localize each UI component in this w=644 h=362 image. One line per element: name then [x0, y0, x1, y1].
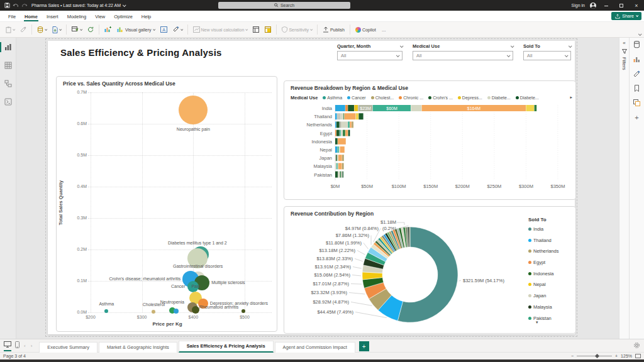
bar-segment-thailand-5[interactable]	[356, 113, 358, 119]
bookmarks-pane-button[interactable]	[634, 85, 640, 93]
bar-visual[interactable]: Revenue Breakdown by Region & Medical Us…	[284, 80, 576, 200]
format-pane-button[interactable]	[633, 70, 640, 79]
bar-segment-thailand-4[interactable]	[345, 113, 356, 119]
scatter-visual[interactable]: Price vs. Sales Quantity Across Medical …	[56, 76, 277, 332]
chevron-down-icon[interactable]	[507, 53, 511, 57]
bar-segment-malaysia-1[interactable]	[336, 163, 338, 169]
bar-segment-pakistan-1[interactable]	[338, 172, 340, 178]
copilot-button[interactable]: Copilot	[353, 26, 378, 34]
legend-item-asthma[interactable]: Asthma	[323, 96, 342, 100]
bar-segment-japan-2[interactable]	[338, 155, 338, 161]
tab-sales-efficiency-pricing-analysis[interactable]: Sales Efficiency & Pricing Analysis	[179, 341, 274, 353]
sensitivity-button[interactable]: Sensitivity	[280, 25, 314, 34]
bar-segment-thailand-1[interactable]	[337, 113, 341, 119]
bar-segment-malaysia-4[interactable]	[342, 163, 344, 169]
data-pane-button[interactable]	[633, 41, 640, 50]
close-button[interactable]: ×	[631, 1, 641, 9]
more-visuals-button[interactable]	[171, 25, 184, 34]
bar-segment-nepal-3[interactable]	[340, 146, 345, 153]
refresh-button[interactable]	[86, 25, 96, 34]
legend-scroll-down-icon[interactable]: ▾	[536, 320, 538, 325]
legend-item-depress[interactable]: Depress...	[458, 96, 482, 100]
undo-icon[interactable]	[11, 1, 20, 9]
bar-segment-nepal-2[interactable]	[339, 146, 340, 153]
next-page-icon[interactable]: ›	[30, 343, 33, 349]
bar-segment-egypt-0[interactable]	[335, 130, 336, 136]
legend-item-netherlands[interactable]: Netherlands	[528, 248, 558, 254]
minimize-button[interactable]	[601, 1, 611, 9]
add-pane-button[interactable]: +	[635, 114, 638, 121]
fit-to-page-icon[interactable]	[635, 354, 641, 358]
bar-segment-india-9[interactable]	[535, 105, 537, 111]
bar-segment-pakistan-3[interactable]	[341, 172, 343, 178]
chevron-down-icon[interactable]	[569, 44, 572, 48]
bar-segment-india-6[interactable]	[411, 105, 421, 111]
bar-segment-india-1[interactable]	[345, 105, 348, 111]
donut-slice-tiny[interactable]	[409, 227, 410, 247]
bar-segment-malaysia-0[interactable]	[335, 163, 336, 169]
bar-segment-japan-0[interactable]	[335, 155, 336, 161]
desktop-layout-button[interactable]	[4, 341, 11, 350]
selection-pane-button[interactable]	[633, 99, 640, 107]
menu-item-file[interactable]: File	[4, 11, 20, 21]
bar-segment-egypt-2[interactable]	[340, 130, 341, 136]
bubble-item[interactable]	[242, 309, 245, 313]
bar-segment-india-8[interactable]	[526, 105, 534, 111]
bar-segment-india-2[interactable]	[348, 105, 354, 111]
bar-segment-egypt-5[interactable]	[345, 130, 348, 136]
calculation-group-button[interactable]	[263, 25, 273, 34]
ribbon-more-button[interactable]: …	[380, 26, 388, 33]
search-bar[interactable]: Search	[218, 2, 350, 9]
bubble-cholesterol[interactable]	[152, 310, 155, 314]
menu-item-modeling[interactable]: Modeling	[63, 11, 91, 21]
zoom-in-button[interactable]: +	[615, 354, 618, 358]
legend-item-thailand[interactable]: Thailand	[528, 238, 558, 243]
tab-executive-summary[interactable]: Executive Summary	[39, 342, 97, 353]
menu-item-home[interactable]: Home	[20, 11, 42, 21]
slicer-dropdown[interactable]: All	[413, 51, 513, 60]
bar-segment-egypt-6[interactable]	[348, 130, 350, 136]
zoom-slider-handle[interactable]	[595, 353, 599, 358]
build-visual-pane-button[interactable]	[633, 56, 640, 64]
menu-item-view[interactable]: View	[91, 11, 109, 21]
publish-button[interactable]: Publish	[321, 25, 347, 34]
bar-segment-pakistan-4[interactable]	[343, 172, 343, 178]
bar-segment-india-3[interactable]	[354, 105, 358, 111]
get-data-button[interactable]	[35, 25, 48, 35]
recent-sources-button[interactable]	[50, 25, 63, 35]
slicer-dropdown[interactable]: All	[523, 51, 571, 60]
settings-gear-icon[interactable]	[633, 342, 640, 350]
bar-segment-thailand-2[interactable]	[341, 113, 343, 119]
menu-item-optimize[interactable]: Optimize	[109, 11, 137, 21]
legend-item-cholest[interactable]: Cholest...	[371, 96, 394, 100]
bar-segment-egypt-1[interactable]	[336, 130, 340, 136]
bar-segment-egypt-3[interactable]	[341, 130, 343, 136]
chevron-down-icon[interactable]	[396, 53, 400, 57]
bar-segment-japan-3[interactable]	[338, 155, 342, 161]
transform-data-button[interactable]	[70, 25, 84, 34]
prev-page-icon[interactable]: ‹	[23, 343, 26, 349]
bar-segment-pakistan-0[interactable]	[335, 172, 338, 178]
title-dropdown-icon[interactable]	[123, 3, 126, 7]
bar-segment-thailand-3[interactable]	[343, 113, 344, 119]
avatar[interactable]	[590, 3, 596, 9]
mobile-layout-button[interactable]	[15, 341, 19, 351]
menu-item-insert[interactable]: Insert	[42, 11, 63, 21]
legend-item-malaysia[interactable]: Malaysia	[528, 304, 558, 310]
slicer-medical-use[interactable]: Medical UseAll	[413, 43, 513, 60]
legend-item-crohn-s[interactable]: Crohn's ...	[428, 96, 453, 100]
bar-segment-egypt-4[interactable]	[343, 130, 345, 136]
maximize-button[interactable]	[616, 1, 626, 9]
bar-segment-japan-1[interactable]	[336, 155, 338, 161]
legend-item-egypt[interactable]: Egypt	[528, 260, 558, 265]
share-button[interactable]: Share	[611, 12, 641, 20]
legend-item-indonesia[interactable]: Indonesia	[528, 271, 558, 277]
slicer-sold-to[interactable]: Sold ToAll	[523, 43, 571, 60]
menu-item-help[interactable]: Help	[137, 11, 155, 21]
expand-filters-icon[interactable]: «	[623, 40, 625, 46]
bar-segment-japan-4[interactable]	[342, 155, 344, 161]
paste-button[interactable]	[4, 25, 16, 35]
tab-market-geographic-insights[interactable]: Market & Geographic Insights	[99, 342, 177, 353]
bar-segment-netherlands-3[interactable]	[341, 121, 348, 128]
bar-segment-netherlands-0[interactable]	[335, 121, 336, 128]
